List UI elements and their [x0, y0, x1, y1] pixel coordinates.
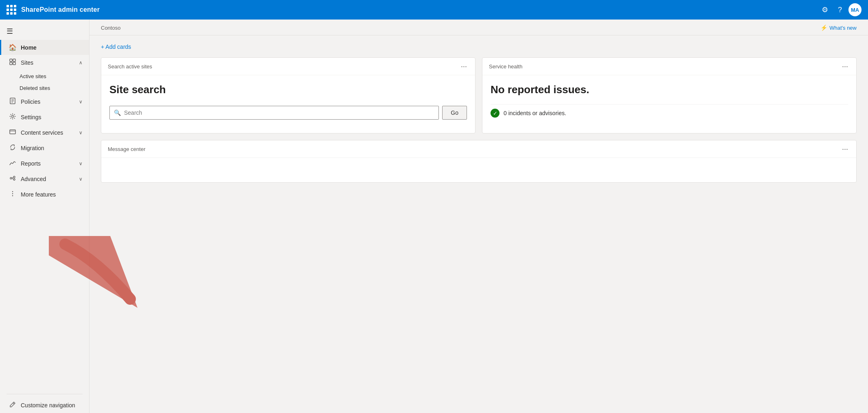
svg-point-13 — [13, 179, 15, 180]
customize-icon — [9, 401, 17, 409]
search-card-body: Site search 🔍 Go — [101, 75, 475, 131]
hamburger-button[interactable]: ☰ — [0, 23, 89, 40]
svg-rect-9 — [10, 130, 15, 134]
svg-line-14 — [12, 177, 13, 179]
sidebar-item-active-sites[interactable]: Active sites — [0, 70, 89, 82]
sidebar-item-sites[interactable]: Sites ∧ — [0, 55, 89, 70]
health-card-header: Service health ··· — [482, 58, 856, 75]
sidebar-item-migration[interactable]: Migration — [0, 140, 89, 156]
svg-point-18 — [12, 195, 13, 196]
health-card-header-label: Service health — [489, 63, 522, 70]
sidebar-item-settings[interactable]: Settings — [0, 109, 89, 125]
message-center-header-label: Message center — [108, 146, 146, 152]
sidebar-item-policies[interactable]: Policies ∨ — [0, 94, 89, 109]
content-services-icon — [9, 129, 17, 137]
svg-line-19 — [13, 403, 14, 404]
search-card: Search active sites ··· Site search 🔍 Go — [101, 57, 475, 133]
avatar[interactable]: MA — [848, 3, 861, 16]
reports-icon — [9, 160, 17, 168]
chevron-down-icon: ∨ — [79, 130, 83, 135]
app-title: SharePoint admin center — [21, 6, 100, 13]
chevron-down-icon: ∨ — [79, 99, 83, 105]
policies-icon — [9, 98, 17, 106]
health-card-body: No reported issues. ✓ 0 incidents or adv… — [482, 75, 856, 133]
home-icon: 🏠 — [9, 44, 17, 51]
sidebar-item-content-services[interactable]: Content services ∨ — [0, 125, 89, 140]
sidebar-item-label: More features — [21, 191, 56, 198]
sidebar-item-label: Settings — [21, 114, 41, 120]
sidebar-item-home[interactable]: 🏠 Home — [0, 40, 89, 55]
sidebar-sub-label: Active sites — [20, 73, 46, 79]
sidebar-item-reports[interactable]: Reports ∨ — [0, 156, 89, 171]
cards-row-top: Search active sites ··· Site search 🔍 Go — [101, 57, 857, 133]
add-cards-label: + Add cards — [101, 44, 131, 50]
sidebar-item-label: Migration — [21, 145, 44, 151]
go-button[interactable]: Go — [442, 106, 467, 120]
lightning-icon: ⚡ — [820, 24, 827, 31]
waffle-menu[interactable] — [7, 5, 16, 15]
sites-icon — [9, 59, 17, 67]
svg-rect-2 — [10, 62, 12, 65]
search-row: 🔍 Go — [109, 106, 467, 120]
sidebar-item-label: Content services — [21, 129, 63, 136]
sidebar-customize-label: Customize navigation — [21, 402, 75, 409]
sidebar-item-label: Sites — [21, 59, 33, 66]
sidebar: ☰ 🏠 Home Sites ∧ Active sites Deleted si… — [0, 20, 89, 413]
sidebar-item-label: Policies — [21, 98, 40, 105]
svg-rect-1 — [13, 59, 15, 61]
health-status-row: ✓ 0 incidents or advisories. — [491, 104, 848, 122]
topbar-right: ⚙ ? MA — [818, 3, 861, 16]
health-ok-icon: ✓ — [491, 109, 499, 118]
search-icon: 🔍 — [114, 109, 121, 116]
chevron-down-icon: ∨ — [79, 161, 83, 166]
whats-new-label: What's new — [829, 25, 857, 31]
message-center-card: Message center ··· — [101, 140, 857, 183]
sidebar-item-label: Reports — [21, 160, 41, 167]
chevron-down-icon: ∨ — [79, 176, 83, 182]
more-features-icon — [9, 190, 17, 199]
search-card-header: Search active sites ··· — [101, 58, 475, 75]
search-input[interactable] — [124, 109, 434, 116]
main-header: Contoso ⚡ What's new — [89, 20, 868, 35]
settings-button[interactable]: ⚙ — [818, 4, 831, 16]
breadcrumb: Contoso — [101, 25, 120, 31]
sidebar-item-advanced[interactable]: Advanced ∨ — [0, 171, 89, 187]
search-input-wrap: 🔍 — [109, 106, 439, 120]
sidebar-item-more-features[interactable]: More features — [0, 187, 89, 202]
site-search-title: Site search — [109, 83, 467, 96]
health-status-text: 0 incidents or advisories. — [504, 110, 566, 116]
add-cards-button[interactable]: + Add cards — [101, 44, 131, 50]
topbar: SharePoint admin center ⚙ ? MA — [0, 0, 868, 20]
svg-rect-3 — [13, 62, 15, 65]
gear-icon — [9, 113, 17, 121]
svg-point-17 — [12, 193, 13, 194]
svg-point-8 — [12, 116, 14, 118]
main-body: + Add cards Search active sites ··· Site… — [89, 35, 868, 197]
sidebar-item-deleted-sites[interactable]: Deleted sites — [0, 82, 89, 94]
svg-point-12 — [13, 176, 15, 178]
message-center-header: Message center ··· — [101, 140, 856, 158]
nav-divider — [7, 394, 83, 394]
svg-rect-0 — [10, 59, 12, 61]
sidebar-item-label: Advanced — [21, 176, 46, 182]
main-content: Contoso ⚡ What's new + Add cards Search … — [89, 20, 868, 413]
sidebar-item-label: Home — [21, 44, 37, 51]
sidebar-item-customize[interactable]: Customize navigation — [0, 398, 89, 413]
sidebar-sub-label: Deleted sites — [20, 85, 50, 91]
chevron-up-icon: ∧ — [79, 60, 83, 66]
advanced-icon — [9, 175, 17, 183]
search-card-header-label: Search active sites — [108, 63, 152, 70]
help-button[interactable]: ? — [835, 4, 845, 16]
search-card-menu-button[interactable]: ··· — [459, 63, 469, 70]
migration-icon — [9, 144, 17, 152]
health-card-menu-button[interactable]: ··· — [840, 63, 850, 70]
svg-point-11 — [10, 177, 12, 179]
svg-line-15 — [12, 178, 13, 179]
svg-point-16 — [12, 191, 13, 192]
service-health-card: Service health ··· No reported issues. ✓… — [482, 57, 857, 133]
message-center-menu-button[interactable]: ··· — [840, 145, 850, 153]
whats-new-button[interactable]: ⚡ What's new — [820, 24, 857, 31]
service-health-title: No reported issues. — [491, 83, 848, 96]
cards-row-bottom: Message center ··· — [101, 140, 857, 183]
message-center-body — [101, 158, 856, 182]
